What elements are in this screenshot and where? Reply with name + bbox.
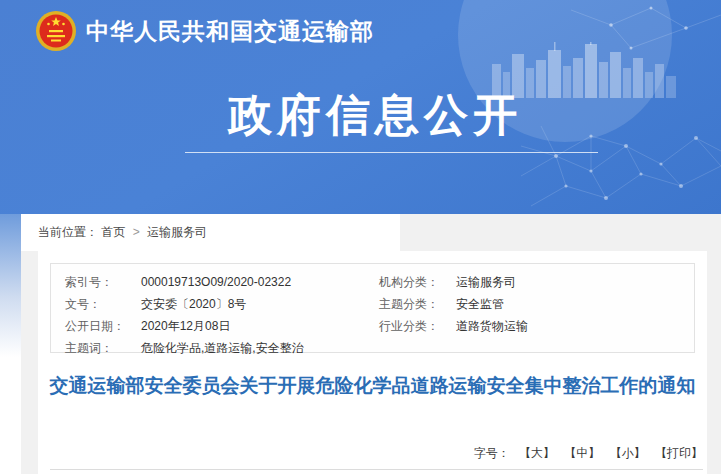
page-title: 政府信息公开	[160, 93, 590, 137]
meta-value-index: 000019713O09/2020-02322	[141, 275, 379, 289]
font-small-button[interactable]: 【小】	[610, 446, 646, 460]
site-name[interactable]: 中华人民共和国交通运输部	[86, 16, 374, 47]
font-large-button[interactable]: 【大】	[519, 446, 555, 460]
breadcrumb-label: 当前位置：	[38, 225, 98, 239]
font-size-label: 字号：	[474, 446, 510, 460]
content-separator	[50, 469, 703, 470]
site-header: 中华人民共和国交通运输部 政府信息公开	[0, 0, 721, 214]
meta-value-topic: 安全监管	[456, 296, 694, 313]
meta-value-industry: 道路货物运输	[456, 318, 694, 335]
font-size-controls: 字号： 【大】 【中】 【小】 【打印】	[474, 445, 703, 462]
breadcrumb: 当前位置： 首页 > 运输服务司	[21, 214, 400, 251]
font-medium-button[interactable]: 【中】	[564, 446, 600, 460]
meta-label-keywords: 主题词：	[65, 340, 141, 357]
meta-value-keywords: 危险化学品,道路运输,安全整治	[141, 340, 379, 357]
meta-label-docnum: 文号：	[65, 296, 141, 313]
meta-label-index: 索引号：	[65, 274, 141, 291]
print-button[interactable]: 【打印】	[655, 446, 703, 460]
meta-value-docnum: 交安委〔2020〕8号	[141, 296, 379, 313]
meta-value-org: 运输服务司	[456, 274, 694, 291]
breadcrumb-section-link[interactable]: 运输服务司	[147, 225, 207, 239]
site-logo: 中华人民共和国交通运输部	[35, 10, 374, 52]
meta-label-topic: 主题分类：	[379, 296, 456, 313]
national-emblem-icon	[35, 10, 77, 52]
content-panel: 索引号： 000019713O09/2020-02322 机构分类： 运输服务司…	[38, 251, 707, 474]
meta-value-date: 2020年12月08日	[141, 318, 379, 335]
network-mesh-top-decoration	[571, 0, 721, 52]
meta-label-industry: 行业分类：	[379, 318, 456, 335]
meta-label-date: 公开日期：	[65, 318, 141, 335]
title-underline	[185, 152, 598, 153]
document-meta-table: 索引号： 000019713O09/2020-02322 机构分类： 运输服务司…	[50, 263, 695, 353]
meta-label-org: 机构分类：	[379, 274, 456, 291]
breadcrumb-home-link[interactable]: 首页	[101, 225, 125, 239]
article-title: 交通运输部安全委员会关于开展危险化学品道路运输安全集中整治工作的通知	[48, 373, 697, 399]
left-gradient-decoration	[0, 214, 21, 474]
breadcrumb-separator: >	[133, 225, 140, 239]
